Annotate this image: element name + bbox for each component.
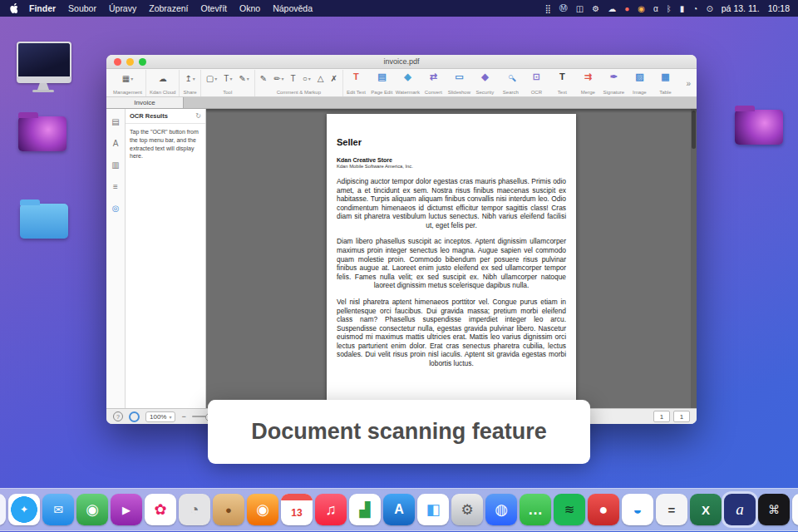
menu-zobrazeni[interactable]: Zobrazení xyxy=(149,3,188,13)
menu-finder[interactable]: Finder xyxy=(29,3,56,13)
dock-messages[interactable]: … xyxy=(520,494,551,525)
dock-app-gray[interactable]: ◔ xyxy=(179,494,210,525)
shape-triangle-button[interactable]: △ xyxy=(316,74,326,83)
toolbar-convert[interactable]: ⇄ Convert xyxy=(421,70,446,96)
dock-screen-recorder[interactable]: ◉ xyxy=(76,494,108,525)
web-panel-icon[interactable]: ◎ xyxy=(112,204,120,213)
dock-safari[interactable]: ✦ xyxy=(8,494,40,525)
grid-status-icon[interactable]: ⣿ xyxy=(545,4,551,13)
purple-folder-icon[interactable] xyxy=(18,116,66,151)
zoom-out-button[interactable]: − xyxy=(181,412,185,421)
window-status-icon[interactable]: ◫ xyxy=(576,4,584,13)
tool-label: Security xyxy=(476,89,495,96)
control-center-icon[interactable]: ⊙ xyxy=(706,4,712,13)
cloud-status-icon[interactable]: ☁ xyxy=(608,4,616,13)
crosshair-icon[interactable] xyxy=(129,411,140,422)
blue-folder-icon[interactable] xyxy=(20,204,68,239)
text-extract-panel-icon[interactable]: A xyxy=(113,139,119,148)
pen-tool-button[interactable]: ✎ ▾ xyxy=(237,74,250,83)
toolbar-merge[interactable]: ⇉ Merge xyxy=(575,70,601,96)
circle-icon: ◍ xyxy=(495,500,508,519)
alpha-status-icon[interactable]: α xyxy=(653,4,658,13)
pdf-page[interactable]: Seller Kdan Creative Store Kdan Mobile S… xyxy=(327,114,576,408)
dock-app-purple[interactable]: ▶ xyxy=(111,494,142,525)
menubar-date[interactable]: pá 13. 11. xyxy=(722,3,760,13)
dock-calculator[interactable]: = xyxy=(656,494,687,525)
select-tool-button[interactable]: ▢ ▾ xyxy=(204,74,219,83)
shape-circle-button[interactable]: ○ ▾ xyxy=(301,74,313,83)
purple-folder-icon-top-right[interactable] xyxy=(735,110,783,145)
toolbar-overflow-button[interactable]: » xyxy=(683,79,693,88)
split-view-icon[interactable]: ▥ xyxy=(111,160,119,170)
menu-soubor[interactable]: Soubor xyxy=(68,3,96,13)
management-button[interactable]: ▦ ▾ xyxy=(121,74,135,83)
dock-app-red[interactable]: ● xyxy=(588,494,619,525)
group-label-comment-markup: Comment & Markup xyxy=(277,89,321,96)
dock-mail[interactable]: ✉ xyxy=(42,494,74,525)
toolbar-table[interactable]: ▦ Table xyxy=(653,70,678,96)
menubar-clock[interactable]: 10:18 xyxy=(768,3,790,13)
share-button[interactable]: ↥ ▾ xyxy=(183,74,196,83)
thumbnails-panel-icon[interactable]: ▤ xyxy=(111,117,119,126)
toolbar-watermark[interactable]: ◈ Watermark xyxy=(395,70,421,96)
refresh-icon[interactable]: ↻ xyxy=(195,112,201,120)
dock-app-tan[interactable]: ● xyxy=(213,494,244,525)
dock-photos[interactable]: ✿ xyxy=(145,494,176,525)
dock: ☺ ⣿ ✦ ✉ ◉ ▶ ✿ ◔ ● ◉ 13 ♫ ▟ A ◧ ⚙ ◍ … ≋ ●… xyxy=(0,488,798,531)
dock-spotify[interactable]: ≋ xyxy=(554,494,585,525)
dock-app-blue-white[interactable]: ◒ xyxy=(622,494,653,525)
annotations-list-icon[interactable]: ≡ xyxy=(113,182,118,191)
toolbar-image[interactable]: ▨ Image xyxy=(627,70,653,96)
title-bar[interactable]: invoice.pdf xyxy=(106,55,697,69)
clock-status-icon[interactable]: ◔ xyxy=(692,4,697,13)
toolbar-edit-text[interactable]: T Edit Text xyxy=(343,70,369,96)
bluetooth-icon[interactable]: ᛒ xyxy=(667,4,672,13)
dock-app-orange[interactable]: ◉ xyxy=(247,494,278,525)
dock-app-blue[interactable]: ◍ xyxy=(485,494,517,525)
menu-otevrit[interactable]: Otevřít xyxy=(201,3,228,13)
scrollbar-thumb[interactable] xyxy=(692,111,696,149)
menu-okno[interactable]: Okno xyxy=(239,3,260,13)
dock-app-store[interactable]: A xyxy=(383,494,415,525)
dock-preview[interactable]: ◧ xyxy=(417,494,449,525)
highlighter-button[interactable]: ✏ ▾ xyxy=(272,74,285,83)
tool-label: OCR xyxy=(531,89,542,96)
toolbar-text[interactable]: T Text xyxy=(549,70,575,96)
dock-app-black[interactable]: ⌘ xyxy=(758,494,790,525)
help-button[interactable]: ? xyxy=(113,411,123,421)
toolbar-search[interactable]: ○ Search xyxy=(498,70,524,96)
page-number-input[interactable]: 1 xyxy=(653,411,670,422)
dock-calendar[interactable]: 13 xyxy=(281,494,313,525)
menu-upravy[interactable]: Úpravy xyxy=(109,3,136,13)
imac-desktop-icon[interactable] xyxy=(17,42,70,92)
menu-napoveda[interactable]: Nápověda xyxy=(273,3,313,13)
dock-music[interactable]: ♫ xyxy=(315,494,347,525)
toolbar-ocr[interactable]: ⊡ OCR xyxy=(524,70,549,96)
tab-invoice[interactable]: Invoice xyxy=(106,97,184,108)
vertical-scrollbar[interactable] xyxy=(691,109,697,408)
document-viewport[interactable]: Seller Kdan Creative Store Kdan Mobile S… xyxy=(206,109,697,408)
dock-stats[interactable]: ▟ xyxy=(349,494,381,525)
toolbar-page-edit[interactable]: ▤ Page Edit xyxy=(369,70,395,96)
text-tool-button[interactable]: T ▾ xyxy=(222,74,234,83)
dot-status-icon[interactable]: ◉ xyxy=(638,4,645,13)
eraser-button[interactable]: ✗ xyxy=(328,74,338,83)
pencil-markup-button[interactable]: ✎ xyxy=(259,74,268,83)
dock-system-preferences[interactable]: ⚙ xyxy=(451,494,483,525)
dock-launchpad[interactable]: ⣿ xyxy=(0,494,6,525)
battery-icon[interactable]: ▮ xyxy=(680,4,685,13)
m-status-icon[interactable]: Ⓜ xyxy=(559,2,568,14)
dock-device[interactable]: ▯ xyxy=(792,494,798,525)
dock-excel[interactable]: X xyxy=(690,494,722,525)
zoom-select[interactable]: 100% ▾ xyxy=(145,411,175,422)
toolbar-slideshow[interactable]: ▭ Slideshow xyxy=(446,70,472,96)
gear-status-icon[interactable]: ⚙ xyxy=(592,4,599,13)
record-status-icon[interactable]: ● xyxy=(624,4,629,13)
text-markup-button[interactable]: T xyxy=(289,74,298,83)
dock-pdf-reader-active[interactable]: a xyxy=(724,494,756,525)
circle-icon: ◉ xyxy=(256,500,269,519)
toolbar-signature[interactable]: ✒ Signature xyxy=(601,70,627,96)
kdan-cloud-button[interactable]: ☁ xyxy=(157,74,169,83)
toolbar-security[interactable]: ◆ Security xyxy=(472,70,498,96)
apple-logo-icon[interactable] xyxy=(8,3,17,14)
